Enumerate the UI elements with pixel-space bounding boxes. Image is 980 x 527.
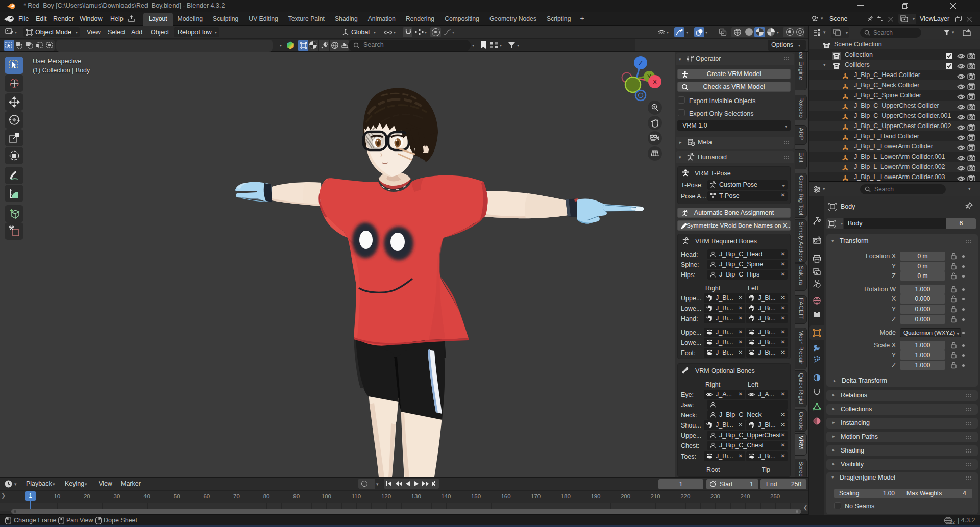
svg-text:X: X: [653, 78, 657, 86]
svg-text:Z: Z: [639, 59, 643, 67]
